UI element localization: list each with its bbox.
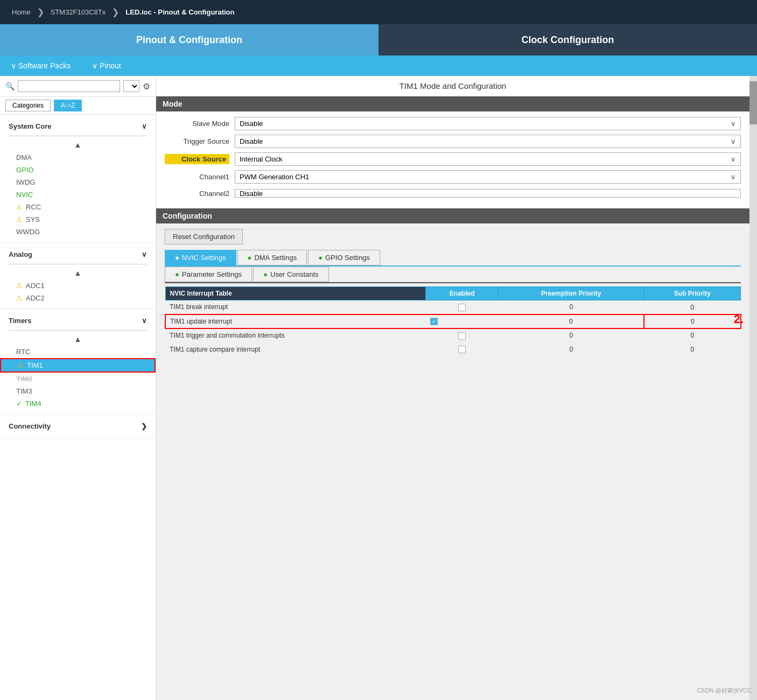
- nav-stm32[interactable]: STM32F103C8Tx: [44, 8, 113, 16]
- nav-led[interactable]: LED.ioc - Pinout & Configuration: [119, 8, 241, 16]
- sidebar: 🔍 ⚙ Categories A->Z System Core: [0, 76, 156, 700]
- check-icon-param: ●: [175, 270, 179, 278]
- content-title: TIM1 Mode and Configuration: [156, 76, 749, 96]
- check-icon-gpio: ●: [318, 254, 323, 262]
- sidebar-item-gpio[interactable]: GPIO: [0, 164, 156, 176]
- software-bar: ∨ Software Packs ∨ Pinout: [0, 55, 757, 76]
- warning-icon-adc1: ⚠: [16, 282, 23, 290]
- tabs-row-2: ● Parameter Settings ● User Constants: [165, 267, 741, 283]
- sub-cell: 0: [644, 300, 740, 314]
- trigger-source-label: Trigger Source: [165, 137, 229, 145]
- connectivity-section: Connectivity ❯: [0, 415, 156, 438]
- enabled-cell[interactable]: [426, 342, 498, 356]
- slave-mode-select[interactable]: Disable ∨: [235, 117, 741, 130]
- timers-header[interactable]: Timers ∨: [0, 313, 156, 328]
- up-arrow: ▲: [0, 138, 156, 151]
- chevron-down-icon-trigger: ∨: [731, 137, 736, 145]
- main-content: TIM1 Mode and Configuration Mode Slave M…: [156, 76, 749, 700]
- chevron-down-icon: ∨: [142, 122, 147, 130]
- preemption-cell: 0: [498, 300, 644, 314]
- chevron-down-icon-slave: ∨: [731, 120, 736, 128]
- search-input[interactable]: [18, 80, 120, 92]
- sidebar-item-dma[interactable]: DMA: [0, 151, 156, 164]
- sidebar-item-nvic[interactable]: NVIC: [0, 188, 156, 201]
- sidebar-item-tim3[interactable]: TIM3: [0, 385, 156, 397]
- chevron-down-icon-timers: ∨: [142, 317, 147, 325]
- filter-categories[interactable]: Categories: [5, 100, 51, 111]
- nav-stm32-label: STM32F103C8Tx: [51, 8, 106, 16]
- interrupt-name: TIM1 update interrupt: [165, 314, 426, 328]
- analog-header[interactable]: Analog ∨: [0, 247, 156, 262]
- channel1-label: Channel1: [165, 173, 229, 181]
- connectivity-header[interactable]: Connectivity ❯: [0, 419, 156, 433]
- tab-pinout-config[interactable]: Pinout & Configuration: [0, 24, 378, 55]
- tab-dma-settings[interactable]: ● DMA Settings: [237, 250, 307, 265]
- warning-icon-adc2: ⚠: [16, 294, 23, 302]
- nav-chevron-1: ❯: [37, 7, 44, 17]
- check-icon-dma: ●: [248, 254, 252, 262]
- divider-timers: [9, 330, 147, 331]
- checkbox-break[interactable]: [458, 304, 466, 311]
- warning-icon-sys: ⚠: [16, 215, 23, 223]
- nav-home[interactable]: Home: [5, 8, 37, 16]
- nvic-table-container: NVIC Interrupt Table Enabled Preemption …: [165, 286, 741, 356]
- checkbox-trigger[interactable]: [458, 332, 466, 340]
- sub-cell: 0: [644, 328, 740, 342]
- scrollbar[interactable]: [749, 76, 757, 700]
- sidebar-item-wwdg[interactable]: WWDG: [0, 226, 156, 238]
- clock-source-select[interactable]: Internal Clock ∨: [235, 152, 741, 166]
- system-core-section: System Core ∨ ▲ DMA GPIO IWDG NVIC: [0, 115, 156, 243]
- config-section: Reset Configuration ● NVIC Settings ● DM…: [156, 223, 749, 362]
- chevron-down-icon-ch1: ∨: [731, 173, 736, 181]
- trigger-source-select[interactable]: Disable ∨: [235, 135, 741, 148]
- software-packs-btn[interactable]: ∨ Software Packs: [11, 61, 71, 70]
- tab-clock-config[interactable]: Clock Configuration: [378, 24, 757, 55]
- gear-icon[interactable]: ⚙: [143, 81, 150, 92]
- preemption-cell: 0: [498, 314, 644, 328]
- enabled-cell[interactable]: ✓: [426, 314, 498, 328]
- checkbox-update[interactable]: ✓: [430, 318, 438, 325]
- search-dropdown[interactable]: [123, 80, 139, 92]
- checkbox-capture[interactable]: [458, 346, 466, 353]
- sidebar-item-sys[interactable]: ⚠ SYS: [0, 213, 156, 226]
- filter-tabs: Categories A->Z: [0, 97, 156, 115]
- sidebar-item-tim1[interactable]: ⚠ TIM1: [0, 358, 156, 373]
- tab-user-constants[interactable]: ● User Constants: [253, 267, 328, 282]
- tab-gpio-settings[interactable]: ● GPIO Settings: [308, 250, 380, 265]
- search-icon: 🔍: [5, 82, 15, 90]
- sidebar-item-adc2[interactable]: ⚠ ADC2: [0, 292, 156, 304]
- tab-nvic-settings[interactable]: ● NVIC Settings: [165, 250, 236, 265]
- sidebar-item-tim2[interactable]: TIM2: [0, 373, 156, 385]
- divider: [9, 136, 147, 136]
- sidebar-item-adc1[interactable]: ⚠ ADC1: [0, 279, 156, 292]
- clock-source-row: Clock Source Internal Clock ∨: [165, 152, 741, 166]
- chevron-down-icon-clock: ∨: [731, 155, 736, 163]
- enabled-cell[interactable]: [426, 300, 498, 314]
- table-row: TIM1 update interrupt ✓ 0: [165, 314, 741, 328]
- chevron-down-icon-analog: ∨: [142, 250, 147, 258]
- tab-parameter-settings[interactable]: ● Parameter Settings: [165, 267, 252, 282]
- pinout-btn[interactable]: ∨ Pinout: [92, 61, 121, 70]
- sidebar-item-rtc[interactable]: RTC: [0, 346, 156, 358]
- divider-analog: [9, 264, 147, 264]
- table-row: TIM1 break interrupt 0 0: [165, 300, 741, 314]
- reset-config-button[interactable]: Reset Configuration: [165, 229, 243, 244]
- channel1-row: Channel1 PWM Generation CH1 ∨: [165, 170, 741, 184]
- scrollbar-thumb[interactable]: [749, 81, 757, 124]
- enabled-cell[interactable]: [426, 328, 498, 342]
- filter-az[interactable]: A->Z: [54, 100, 82, 111]
- sidebar-item-tim4[interactable]: ✓ TIM4: [0, 397, 156, 410]
- interrupt-name: TIM1 trigger and commutation interrupts: [165, 328, 426, 342]
- sidebar-item-rcc[interactable]: ⚠ RCC: [0, 201, 156, 213]
- search-bar: 🔍 ⚙: [0, 76, 156, 97]
- channel1-select[interactable]: PWM Generation CH1 ∨: [235, 170, 741, 184]
- nav-chevron-2: ❯: [112, 7, 119, 17]
- nav-led-label: LED.ioc - Pinout & Configuration: [125, 8, 234, 16]
- header-tabs: Pinout & Configuration Clock Configurati…: [0, 24, 757, 55]
- tim1-container: ⚠ TIM1 1.: [0, 358, 156, 373]
- system-core-header[interactable]: System Core ∨: [0, 119, 156, 134]
- sidebar-item-iwdg[interactable]: IWDG: [0, 176, 156, 188]
- check-icon-tim4: ✓: [16, 400, 22, 408]
- slave-mode-label: Slave Mode: [165, 120, 229, 128]
- channel2-select[interactable]: Disable: [235, 189, 741, 198]
